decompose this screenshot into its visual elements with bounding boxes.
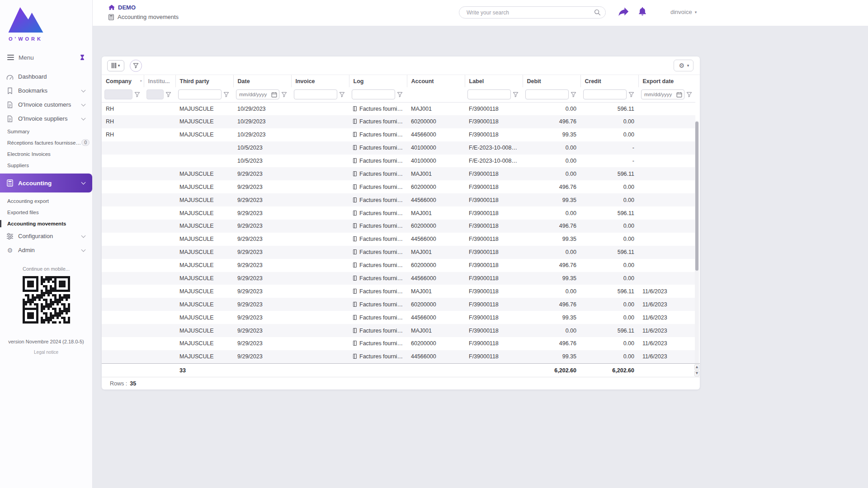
journal-icon <box>353 223 357 228</box>
column-header-company[interactable]: Company▸ <box>102 75 144 87</box>
column-header-account[interactable]: Account <box>407 75 465 87</box>
sidebar-item-admin[interactable]: ⚙ Admin <box>0 243 92 257</box>
table-row[interactable]: MAJUSCULE9/29/2023Factures fournisseurs4… <box>102 233 695 246</box>
table-row[interactable]: RHMAJUSCULE10/29/2023Factures fournisseu… <box>102 115 695 128</box>
sidebar-item-electronic-invoices[interactable]: Electronic Invoices <box>0 148 92 160</box>
sidebar-nav: Dashboard Bookmarks O'Invoice customers … <box>0 70 92 257</box>
column-header-invoice[interactable]: Invoice <box>291 75 349 87</box>
cell-log: Factures fournisseurs <box>349 285 407 298</box>
legal-notice-link[interactable]: Legal notice <box>0 350 92 355</box>
sidebar-subitem-label: Summary <box>7 129 29 134</box>
column-header-date[interactable]: Date <box>233 75 291 87</box>
notifications-bell-icon[interactable] <box>637 6 647 16</box>
third-party-filter-input[interactable] <box>178 89 222 99</box>
table-row[interactable]: MAJUSCULE9/29/2023Factures fournisseurs4… <box>102 193 695 206</box>
funnel-icon[interactable] <box>339 92 345 98</box>
institution-filter-input[interactable] <box>146 89 164 99</box>
sidebar-item-accounting-movements[interactable]: Accounting movements <box>0 218 92 229</box>
search-icon[interactable] <box>594 9 601 16</box>
column-header-credit[interactable]: Credit <box>580 75 638 87</box>
columns-chooser-button[interactable]: ▾ <box>107 60 124 71</box>
user-menu[interactable]: dinvoice ▾ <box>670 9 697 15</box>
hourglass-icon[interactable] <box>80 54 85 61</box>
search-input[interactable] <box>466 9 594 16</box>
funnel-icon[interactable] <box>134 92 140 98</box>
table-row[interactable]: RHMAJUSCULE10/29/2023Factures fournisseu… <box>102 102 695 115</box>
sidebar-item-exported-files[interactable]: Exported files <box>0 206 92 218</box>
chevron-down-icon <box>81 102 86 106</box>
table-row[interactable]: MAJUSCULE9/29/2023Factures fournisseursM… <box>102 167 695 180</box>
column-header-third-party[interactable]: Third party <box>175 75 233 87</box>
company-filter-input[interactable] <box>104 89 132 99</box>
table-row[interactable]: 10/5/2023Factures fournisseurs40100000F/… <box>102 155 695 168</box>
table-row[interactable]: 10/5/2023Factures fournisseurs40100000F/… <box>102 141 695 155</box>
table-row[interactable]: MAJUSCULE9/29/2023Factures fournisseurs6… <box>102 180 695 193</box>
table-row[interactable]: MAJUSCULE9/29/2023Factures fournisseurs4… <box>102 350 695 363</box>
table-row[interactable]: MAJUSCULE9/29/2023Factures fournisseursM… <box>102 324 695 337</box>
table-row[interactable]: MAJUSCULE9/29/2023Factures fournisseurs4… <box>102 272 695 285</box>
table-row[interactable]: MAJUSCULE9/29/2023Factures fournisseursM… <box>102 285 695 298</box>
cell-label: F/39000118 <box>465 128 523 141</box>
sidebar-item-oinvoice-customers[interactable]: O'Invoice customers <box>0 98 92 112</box>
credit-filter-input[interactable] <box>583 89 627 99</box>
table-row[interactable]: MAJUSCULE9/29/2023Factures fournisseurs4… <box>102 311 695 324</box>
cell-debit: 0.00 <box>523 102 580 115</box>
funnel-icon[interactable] <box>281 92 287 98</box>
grid-settings-button[interactable]: ⚙ ▾ <box>674 60 693 71</box>
sidebar-item-label: Configuration <box>18 233 53 239</box>
table-row[interactable]: MAJUSCULE9/29/2023Factures fournisseursM… <box>102 246 695 259</box>
share-icon[interactable] <box>618 7 629 16</box>
label-filter-input[interactable] <box>467 89 511 99</box>
funnel-icon[interactable] <box>165 92 171 98</box>
table-row[interactable]: MAJUSCULE9/29/2023Factures fournisseursM… <box>102 206 695 220</box>
funnel-icon[interactable] <box>513 92 519 98</box>
sidebar-item-configuration[interactable]: Configuration <box>0 229 92 243</box>
funnel-icon[interactable] <box>686 92 692 98</box>
sidebar-item-accounting[interactable]: Accounting <box>0 174 92 192</box>
cell-institution <box>144 272 175 285</box>
breadcrumb-home[interactable]: DEMO <box>108 4 179 11</box>
column-header-export-date[interactable]: Export date <box>638 75 695 87</box>
cell-account: MAJ001 <box>407 102 465 115</box>
filter-cell-debit <box>523 87 580 102</box>
table-row[interactable]: RHMAJUSCULE10/29/2023Factures fournisseu… <box>102 128 695 141</box>
funnel-icon[interactable] <box>628 92 634 98</box>
sidebar-item-oinvoice-suppliers[interactable]: O'Invoice suppliers <box>0 112 92 126</box>
scrollbar-thumb[interactable] <box>695 122 698 271</box>
invoice-filter-input[interactable] <box>294 89 337 99</box>
filter-toggle-button[interactable] <box>130 60 142 72</box>
column-header-debit[interactable]: Debit <box>523 75 580 87</box>
sidebar-item-suppliers[interactable]: Suppliers <box>0 160 92 171</box>
vertical-scrollbar[interactable] <box>695 121 699 363</box>
sidebar-subitem-label: Exported files <box>7 210 39 215</box>
home-icon <box>108 5 115 10</box>
brand[interactable]: O'WORK <box>0 0 92 42</box>
date-filter-input[interactable] <box>236 89 279 99</box>
debit-filter-input[interactable] <box>525 89 569 99</box>
table-row[interactable]: MAJUSCULE9/29/2023Factures fournisseurs6… <box>102 220 695 233</box>
column-header-log[interactable]: Log <box>349 75 407 87</box>
table-row[interactable]: MAJUSCULE9/29/2023Factures fournisseurs6… <box>102 259 695 272</box>
cell-date: 9/29/2023 <box>233 324 291 337</box>
sidebar-item-dashboard[interactable]: Dashboard <box>0 70 92 84</box>
sidebar-item-label: O'Invoice customers <box>18 101 71 108</box>
column-header-label[interactable]: Label <box>465 75 523 87</box>
sidebar-item-accounting-export[interactable]: Accounting export <box>0 195 92 206</box>
export-date-filter-input[interactable] <box>641 89 684 99</box>
sidebar-item-receptions-factures[interactable]: Réceptions factures fournisseurs 0 <box>0 137 92 148</box>
scroll-up-icon[interactable]: ▲ <box>694 364 699 370</box>
table-row[interactable]: MAJUSCULE9/29/2023Factures fournisseurs6… <box>102 337 695 350</box>
cell-export_date: 11/6/2023 <box>638 311 695 324</box>
sidebar-item-summary[interactable]: Summary <box>0 126 92 137</box>
funnel-icon[interactable] <box>223 92 229 98</box>
scroll-down-icon[interactable]: ▼ <box>694 371 699 376</box>
journal-icon <box>353 158 357 163</box>
funnel-icon[interactable] <box>397 92 403 98</box>
funnel-icon[interactable] <box>571 92 576 98</box>
column-header-institution[interactable]: Institu... <box>144 75 175 87</box>
sidebar-item-bookmarks[interactable]: Bookmarks <box>0 84 92 98</box>
menu-icon[interactable] <box>7 55 14 60</box>
cell-debit: 99.35 <box>523 193 580 206</box>
log-filter-input[interactable] <box>352 89 395 99</box>
table-row[interactable]: MAJUSCULE9/29/2023Factures fournisseurs6… <box>102 298 695 311</box>
